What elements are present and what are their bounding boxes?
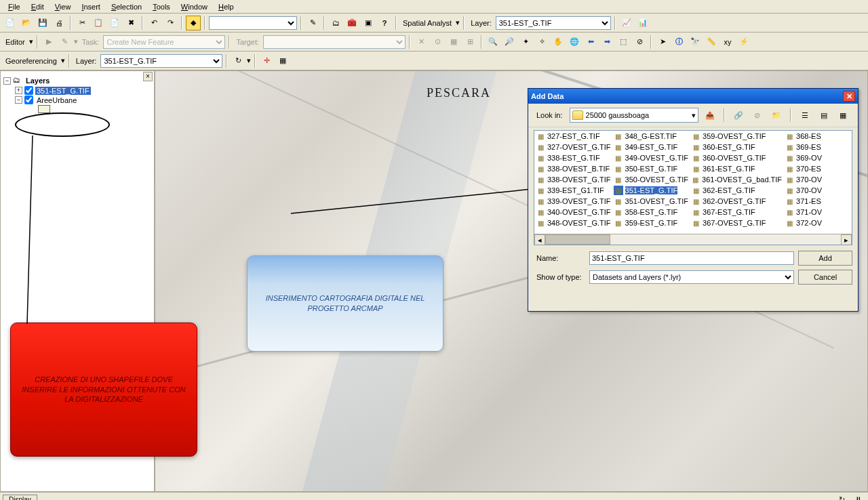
layer1-label[interactable]: 351-EST_G.TIF [35,87,91,95]
select-icon[interactable]: ⬚ [616,35,631,49]
layer-select-1[interactable]: 351-EST_G.TIF [496,16,611,30]
open-icon[interactable]: 📂 [19,16,34,30]
redo-icon[interactable]: ↷ [163,16,178,30]
name-input[interactable] [589,251,794,265]
thumbs-icon[interactable]: ▦ [835,108,850,123]
toolbox-icon[interactable]: 🧰 [344,16,359,30]
tree-root[interactable]: − 🗂 Layers [3,76,151,85]
help-icon[interactable]: ? [377,16,392,30]
file-item[interactable]: ▦361-OVEST_G_bad.TIF [690,174,783,185]
zoomin-icon[interactable]: 🔍 [486,35,500,49]
new-icon[interactable]: 📄 [3,16,18,30]
add-data-icon[interactable]: ◆ [186,16,201,30]
file-item[interactable]: ▦370-ES [783,163,852,174]
fixedzoom-icon[interactable]: ✧ [534,35,549,49]
file-item[interactable]: ▦348-OVEST_G.TIF [534,217,612,228]
layer2-label[interactable]: AreeUrbane [35,96,78,104]
add-button[interactable]: Add [798,251,852,266]
refresh-icon[interactable]: ↻ [834,492,849,500]
file-list[interactable]: ▦327-EST_G.TIF▦327-OVEST_G.TIF▦338-EST_G… [534,130,852,245]
print-icon[interactable]: 🖨 [52,16,66,30]
menu-window[interactable]: Window [176,1,213,12]
file-item[interactable]: ▦338-EST_G.TIF [534,152,612,163]
file-item[interactable]: ▦351-OVEST_G.TIF [612,196,690,207]
undo-icon[interactable]: ↶ [146,16,161,30]
file-item[interactable]: ▦360-EST_G.TIF [690,142,783,152]
lookin-select[interactable]: 25000 gaussboaga ▾ [570,108,698,123]
scroll-left-icon[interactable]: ◂ [534,234,545,245]
file-item[interactable]: ▦350-EST_G.TIF [612,163,690,174]
expand-icon[interactable]: + [15,87,22,94]
up-icon[interactable]: 📤 [703,108,717,123]
file-item[interactable]: ▦350-OVEST_G.TIF [612,174,690,185]
file-item[interactable]: ▦358-EST_G.TIF [612,207,690,217]
measure-icon[interactable]: 📏 [704,35,719,49]
symbol-swatch[interactable] [38,105,50,113]
file-item[interactable]: ▦327-OVEST_G.TIF [534,142,612,152]
file-item[interactable]: ▦349-EST_G.TIF [612,142,690,152]
collapse-icon[interactable]: − [3,77,11,85]
menu-view[interactable]: View [50,1,77,12]
tool-icon[interactable]: ✎ [305,16,320,30]
pointer-icon[interactable]: ➤ [655,35,670,49]
hyperlink-icon[interactable]: ⚡ [736,35,751,49]
file-item[interactable]: ▦367-EST_G.TIF [690,207,783,217]
file-item[interactable]: ▦369-OV [783,152,852,163]
file-item[interactable]: ▦361-EST_G.TIF [690,163,783,174]
file-item[interactable]: ▦339-OVEST_G.TIF [534,196,612,207]
clear-icon[interactable]: ⊘ [632,35,647,49]
copy-icon[interactable]: 📋 [91,16,106,30]
file-item[interactable]: ▦340-OVEST_G.TIF [534,207,612,217]
close-icon[interactable]: ✕ [843,91,855,102]
sa-icon1[interactable]: 📈 [619,16,634,30]
file-item[interactable]: ▦370-OV [783,185,852,196]
connect-icon[interactable]: 🔗 [731,108,746,123]
pause-icon[interactable]: ⏸ [850,492,865,500]
back-icon[interactable]: ⬅ [583,35,598,49]
scale-select[interactable] [209,16,297,30]
tree-item-shapefile[interactable]: − AreeUrbane [3,96,151,104]
save-icon[interactable]: 💾 [35,16,50,30]
tree-item-raster[interactable]: + 351-EST_G.TIF [3,86,151,95]
file-item[interactable]: ▦372-OV [783,217,852,228]
zoomout-icon[interactable]: 🔎 [502,35,517,49]
details-icon[interactable]: ▤ [816,108,831,123]
menu-edit[interactable]: Edit [26,1,50,12]
identify-icon[interactable]: ⓘ [671,35,686,49]
addcp-icon[interactable]: ✛ [259,54,274,68]
menu-insert[interactable]: Insert [76,1,106,12]
fullext-icon[interactable]: ✦ [518,35,533,49]
list-icon[interactable]: ☰ [797,108,812,123]
cmd-icon[interactable]: ▣ [361,16,376,30]
file-item[interactable]: ▦349-OVEST_G.TIF [612,152,690,163]
rotate-icon[interactable]: ↻ [231,54,245,68]
file-item[interactable]: ▦362-EST_G.TIF [690,185,783,196]
file-scrollbar[interactable]: ◂ ▸ [534,234,852,245]
scroll-thumb[interactable] [545,234,610,245]
file-item[interactable]: ▦338-OVEST_B.TIF [534,163,612,174]
file-item[interactable]: ▦369-ES [783,142,852,152]
file-item[interactable]: ▦351-EST_G.TIF [612,185,690,196]
file-item[interactable]: ▦371-ES [783,196,852,207]
file-item[interactable]: ▦371-OV [783,207,852,217]
georef-layer-select[interactable]: 351-EST_G.TIF [100,54,222,68]
spatial-analyst-label[interactable]: Spatial Analyst [400,19,454,27]
delete-icon[interactable]: ✖ [123,16,138,30]
layer1-check[interactable] [24,86,33,95]
find-icon[interactable]: 🔭 [688,35,703,49]
menu-selection[interactable]: Selection [106,1,147,12]
paste-icon[interactable]: 📄 [107,16,122,30]
file-item[interactable]: ▦339-EST_G1.TIF [534,185,612,196]
fwd-icon[interactable]: ➡ [599,35,614,49]
file-item[interactable]: ▦338-OVEST_G.TIF [534,174,612,185]
tree-symbol[interactable] [3,105,151,113]
menu-file[interactable]: File [3,1,26,12]
menu-help[interactable]: Help [213,1,239,12]
xy-icon[interactable]: xy [720,35,735,49]
tab-display[interactable]: Display [3,495,37,501]
georef-menu[interactable]: Georeferencing [3,57,60,65]
file-item[interactable]: ▦370-OV [783,174,852,185]
file-item[interactable]: ▦359-OVEST_G.TIF [690,131,783,142]
type-select[interactable]: Datasets and Layers (*.lyr) [589,270,794,284]
file-item[interactable]: ▦327-EST_G.TIF [534,131,612,142]
